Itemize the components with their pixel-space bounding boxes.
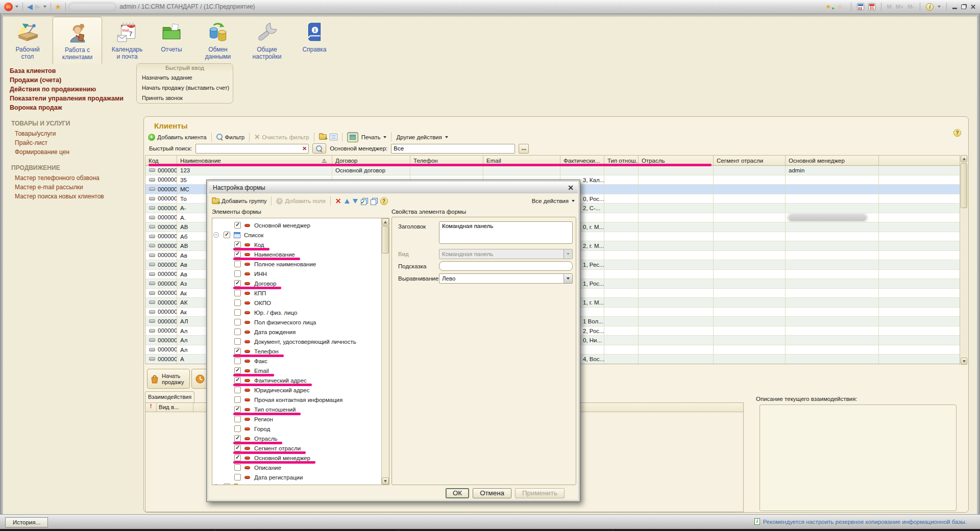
tree-item-город[interactable]: Город (212, 424, 381, 434)
help-button[interactable]: ? (953, 129, 961, 137)
tree-item-пол-физического-лица[interactable]: Пол физического лица (212, 317, 381, 327)
add-group-button[interactable]: Добавить группу (212, 198, 266, 204)
checkbox[interactable] (234, 290, 241, 296)
checkbox[interactable] (234, 367, 241, 374)
checkbox[interactable] (234, 396, 241, 403)
tab-interactions[interactable]: Взаимодействия (145, 391, 194, 402)
tree-item-документ-удостоверяющий-личность[interactable]: Документ, удостоверяющий личность (212, 337, 381, 346)
scroll-down-button[interactable] (961, 358, 967, 365)
tree-item-код[interactable]: Код (212, 240, 381, 249)
tree-item-полное-наименование[interactable]: Полное наименование (212, 259, 381, 269)
checkbox[interactable] (234, 474, 241, 481)
ok-button[interactable]: ОК (446, 488, 469, 498)
tab-отчеты[interactable]: Отчеты (152, 17, 191, 64)
favorites-icon[interactable]: ★ (55, 3, 62, 10)
scroll-thumb[interactable] (382, 226, 389, 254)
tab-справка[interactable]: iСправка (296, 17, 333, 64)
check-all-button[interactable]: ✓ (361, 198, 368, 205)
tree-item-тип-отношений[interactable]: Тип отношений (212, 404, 381, 414)
info-icon[interactable]: i (926, 3, 934, 11)
hierarchy-view-icon[interactable] (330, 134, 337, 140)
calculator-icon[interactable] (857, 3, 864, 10)
close-button[interactable]: ✕ (970, 4, 976, 10)
scroll-up-button[interactable] (382, 218, 389, 225)
tree-item-список[interactable]: −Список (212, 230, 381, 240)
checkbox[interactable] (234, 406, 241, 413)
quick-input-item[interactable]: Назначить задание (137, 72, 233, 83)
checkbox[interactable] (234, 416, 241, 422)
checkbox[interactable] (234, 348, 241, 355)
tree-item-дата-регистрации[interactable]: Дата регистрации (212, 472, 381, 482)
checkbox[interactable] (234, 454, 241, 461)
sidebar-item-формирование-цен[interactable]: Формирование цен (3, 147, 141, 157)
sidebar-item-товары-услуги[interactable]: Товары/услуги (3, 129, 141, 138)
all-actions-button[interactable]: Все действия (532, 198, 575, 204)
cancel-button[interactable]: Отмена (473, 488, 511, 498)
column-header-10[interactable]: Основной менеджер (786, 156, 879, 165)
tree-item-юридический-адрес[interactable]: Юридический адрес (212, 385, 381, 395)
hint-prop-input[interactable] (439, 261, 573, 271)
description-box[interactable] (760, 404, 957, 511)
sidebar-item-действия-по-продвижению[interactable]: Действия по продвижению (3, 85, 141, 94)
checkbox[interactable] (234, 445, 241, 451)
tab-обмен-данными[interactable]: Обменданными (197, 17, 239, 64)
uncheck-all-button[interactable] (371, 198, 377, 205)
tree-item-факс[interactable]: Факс (212, 356, 381, 366)
scroll-down-button[interactable] (382, 477, 389, 485)
checkbox[interactable] (234, 251, 241, 258)
calendar-icon[interactable] (868, 3, 875, 10)
tree-item-прочая-контактная-информация[interactable]: Прочая контактная информация (212, 395, 381, 404)
system-menu-caret-icon[interactable] (15, 6, 18, 8)
dropdown-button[interactable] (564, 274, 572, 283)
manager-picker-button[interactable]: ... (519, 144, 529, 154)
checkbox[interactable] (234, 387, 241, 393)
tree-item-описание[interactable]: Описание (212, 463, 381, 472)
tree-scrollbar[interactable] (381, 218, 389, 485)
1c-logo-icon[interactable]: 1С (4, 3, 13, 11)
add-group-icon[interactable] (319, 134, 327, 140)
delete-button[interactable]: ✕ (335, 197, 341, 205)
checkbox[interactable] (234, 328, 241, 335)
run-search-button[interactable] (312, 143, 326, 154)
history-caret-icon[interactable] (43, 6, 46, 8)
tree-item-телефон[interactable]: Телефон (212, 346, 381, 356)
tree-item-группа-команды-быстрого-ввода[interactable]: +Группа команды быстрого ввода (212, 482, 381, 485)
checkbox[interactable] (234, 338, 241, 345)
sidebar-item-прайс-лист[interactable]: Прайс-лист (3, 138, 141, 147)
info-caret-icon[interactable] (938, 6, 941, 8)
checkbox[interactable] (234, 280, 241, 287)
checkbox[interactable] (234, 270, 241, 277)
tree-item-дата-рождения[interactable]: Дата рождения (212, 327, 381, 337)
tab-общие-настройки[interactable]: Общиенастройки (243, 17, 290, 64)
move-down-button[interactable] (353, 199, 358, 204)
print-button[interactable]: Печать (361, 134, 387, 140)
checkbox[interactable] (234, 358, 241, 364)
tree-item-сегмент-отрасли[interactable]: Сегмент отрасли (212, 443, 381, 453)
start-sale-button[interactable]: Начатьпродажу (147, 369, 190, 389)
checkbox[interactable] (234, 241, 241, 248)
back-button[interactable]: ◀ (27, 3, 33, 10)
quick-input-item[interactable]: Принять звонок (137, 93, 233, 103)
tab-календарь-и почта[interactable]: Май7Календарьи почта (106, 17, 149, 64)
tree-item-кпп[interactable]: КПП (212, 288, 381, 298)
tree-item-отрасль[interactable]: Отрасль (212, 434, 381, 443)
tree-item-основной-менеджер[interactable]: Основной менеджер (212, 453, 381, 463)
tree-item-фактический-адрес[interactable]: Фактический адрес (212, 375, 381, 385)
tree-item-наименование[interactable]: Наименование (212, 249, 381, 259)
checkbox[interactable] (234, 319, 241, 325)
list-settings-button[interactable] (347, 132, 358, 142)
sidebar-item-база-клиентов[interactable]: База клиентов (3, 66, 141, 75)
checkbox[interactable] (224, 232, 230, 238)
checkbox[interactable] (234, 309, 241, 316)
filter-button[interactable]: Фильтр (216, 134, 245, 140)
scroll-up-button[interactable] (961, 155, 967, 162)
column-header-9[interactable]: Сегмент отрасли (714, 156, 786, 165)
expand-icon[interactable]: + (213, 484, 219, 485)
more-actions-button[interactable]: Другие действия (396, 134, 448, 140)
tree-item-регион[interactable]: Регион (212, 414, 381, 424)
edit-favorites-icon[interactable]: ☆ (838, 3, 845, 11)
scroll-thumb[interactable] (961, 163, 967, 208)
sidebar-item-мастер-e-mail-рассылки[interactable]: Мастер e-mail рассылки (3, 183, 141, 192)
align-prop-select[interactable]: Лево (439, 273, 573, 284)
quick-input-item[interactable]: Начать продажу (выставить счет) (137, 83, 233, 93)
